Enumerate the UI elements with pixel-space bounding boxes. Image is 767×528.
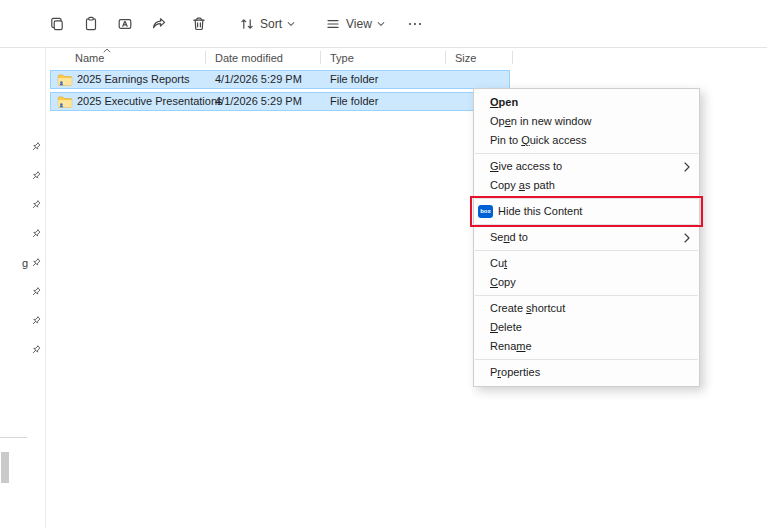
menu-item-open-in-new-window[interactable]: Open in new window	[474, 112, 699, 131]
menu-item-label: Open	[490, 96, 518, 108]
file-date: 4/1/2026 5:29 PM	[215, 95, 302, 107]
pin-icon[interactable]	[30, 228, 42, 240]
share-button[interactable]	[147, 12, 171, 36]
menu-item-create-shortcut[interactable]: Create shortcut	[474, 299, 699, 318]
nav-pane-separator	[0, 437, 27, 438]
context-menu: OpenOpen in new windowPin to Quick acces…	[473, 88, 700, 387]
nav-pins: g	[0, 0, 45, 528]
file-type: File folder	[330, 95, 378, 107]
menu-item-label: Give access to	[490, 160, 562, 172]
menu-item-label: Open in new window	[490, 115, 592, 127]
command-bar: Sort View	[0, 0, 767, 47]
menu-separator	[475, 224, 698, 225]
see-more-button[interactable]	[403, 12, 427, 36]
box-icon: box	[478, 205, 493, 218]
nav-item-partial-label: g	[22, 257, 28, 269]
column-divider[interactable]	[205, 51, 206, 64]
column-header-date-modified[interactable]: Date modified	[215, 52, 283, 64]
menu-item-label: Hide this Content	[498, 205, 582, 217]
column-divider[interactable]	[445, 51, 446, 64]
pin-icon[interactable]	[30, 257, 42, 269]
copy-icon	[49, 16, 65, 32]
file-row[interactable]: 2025 Earnings Reports4/1/2026 5:29 PMFil…	[50, 70, 510, 89]
menu-item-rename[interactable]: Rename	[474, 337, 699, 356]
menu-item-label: Copy as path	[490, 179, 555, 191]
column-header-row: Name Date modified Type Size	[45, 47, 767, 69]
menu-separator	[475, 250, 698, 251]
sort-label: Sort	[260, 17, 282, 31]
pin-icon[interactable]	[30, 170, 42, 182]
copy-button[interactable]	[45, 12, 69, 36]
menu-separator	[475, 359, 698, 360]
menu-item-copy[interactable]: Copy	[474, 273, 699, 292]
column-divider[interactable]	[512, 51, 513, 64]
menu-item-label: Pin to Quick access	[490, 134, 587, 146]
sort-icon	[239, 16, 255, 32]
file-name: 2025 Executive Presentations	[77, 95, 223, 107]
file-name: 2025 Earnings Reports	[77, 73, 190, 85]
pin-icon[interactable]	[30, 199, 42, 211]
file-explorer-window: Sort View g Name Date	[0, 0, 767, 528]
column-header-type[interactable]: Type	[330, 52, 354, 64]
menu-item-label: Cut	[490, 257, 507, 269]
menu-item-cut[interactable]: Cut	[474, 254, 699, 273]
menu-item-delete[interactable]: Delete	[474, 318, 699, 337]
shared-folder-icon	[57, 94, 73, 110]
menu-separator	[475, 198, 698, 199]
menu-item-label: Rename	[490, 340, 532, 352]
trash-icon	[191, 16, 207, 32]
sort-button[interactable]: Sort	[233, 11, 301, 37]
rename-icon	[117, 16, 133, 32]
view-label: View	[346, 17, 372, 31]
submenu-arrow-icon	[684, 233, 690, 243]
share-icon	[151, 16, 167, 32]
menu-separator	[475, 153, 698, 154]
menu-item-label: Send to	[490, 231, 528, 243]
view-button[interactable]: View	[319, 11, 391, 37]
file-list: 2025 Earnings Reports4/1/2026 5:29 PMFil…	[50, 70, 520, 130]
menu-item-label: Properties	[490, 366, 540, 378]
menu-item-send-to[interactable]: Send to	[474, 228, 699, 247]
menu-item-hide-this-content[interactable]: boxHide this Content	[474, 202, 699, 221]
menu-item-label: Copy	[490, 276, 516, 288]
pane-divider[interactable]	[45, 47, 46, 528]
paste-icon	[83, 16, 99, 32]
menu-item-pin-to-quick-access[interactable]: Pin to Quick access	[474, 131, 699, 150]
nav-scrollbar-thumb[interactable]	[1, 452, 9, 483]
more-icon	[407, 16, 423, 32]
pin-icon[interactable]	[30, 344, 42, 356]
file-row[interactable]: 2025 Executive Presentations4/1/2026 5:2…	[50, 92, 510, 111]
paste-button[interactable]	[79, 12, 103, 36]
menu-item-copy-as-path[interactable]: Copy as path	[474, 176, 699, 195]
pin-icon[interactable]	[30, 141, 42, 153]
column-header-name[interactable]: Name	[75, 52, 104, 64]
shared-folder-icon	[57, 72, 73, 88]
submenu-arrow-icon	[684, 162, 690, 172]
chevron-down-icon	[287, 21, 295, 27]
menu-separator	[475, 295, 698, 296]
pin-icon[interactable]	[30, 286, 42, 298]
chevron-down-icon	[377, 21, 385, 27]
file-date: 4/1/2026 5:29 PM	[215, 73, 302, 85]
column-divider[interactable]	[320, 51, 321, 64]
delete-button[interactable]	[187, 12, 211, 36]
menu-item-label: Delete	[490, 321, 522, 333]
menu-item-give-access-to[interactable]: Give access to	[474, 157, 699, 176]
menu-item-open[interactable]: Open	[474, 93, 699, 112]
file-type: File folder	[330, 73, 378, 85]
rename-button[interactable]	[113, 12, 137, 36]
pin-icon[interactable]	[30, 315, 42, 327]
column-header-size[interactable]: Size	[455, 52, 476, 64]
view-icon	[325, 16, 341, 32]
menu-item-label: Create shortcut	[490, 302, 565, 314]
menu-item-properties[interactable]: Properties	[474, 363, 699, 382]
